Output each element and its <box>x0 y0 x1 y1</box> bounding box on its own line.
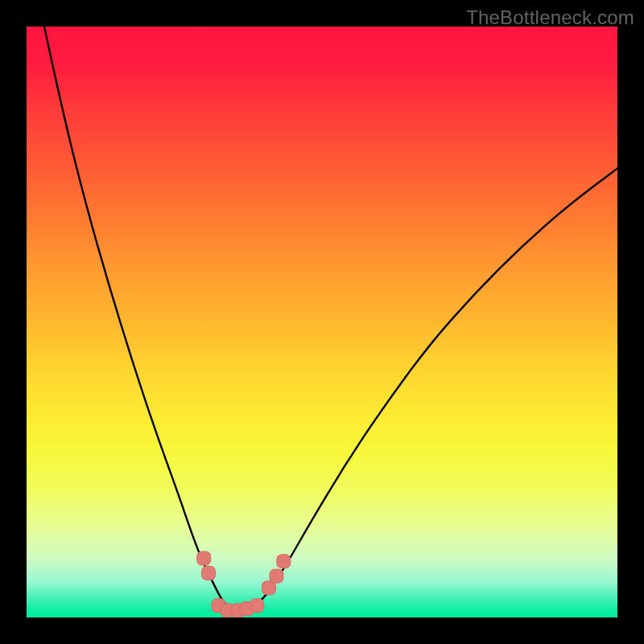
plot-area <box>27 27 617 617</box>
watermark-text: TheBottleneck.com <box>466 6 634 29</box>
chart-frame: TheBottleneck.com <box>0 0 644 644</box>
